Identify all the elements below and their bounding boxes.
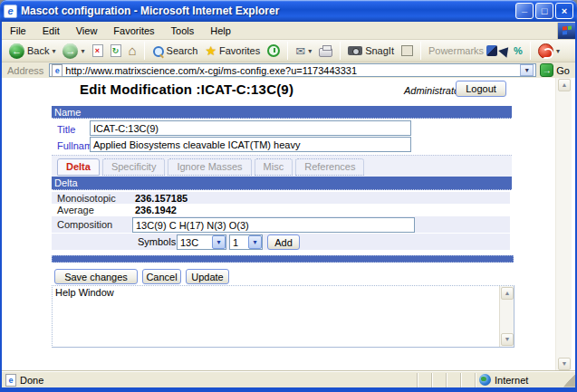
add-button[interactable]: Add: [267, 234, 300, 250]
average-label: Average: [57, 205, 94, 215]
scroll-up-icon[interactable]: ▲: [501, 287, 514, 300]
scroll-down-icon[interactable]: ▼: [501, 333, 514, 346]
logout-button[interactable]: Logout: [456, 81, 506, 97]
help-window[interactable]: Help Window ▲ ▼: [52, 285, 514, 348]
back-dropdown-icon[interactable]: ▾: [52, 47, 55, 55]
tab-specificity[interactable]: Specificity: [102, 158, 166, 176]
title-input[interactable]: [90, 120, 411, 136]
count-select-chevron-down-icon[interactable]: ▾: [248, 235, 262, 249]
update-button[interactable]: Update: [186, 269, 229, 284]
forward-dropdown-icon[interactable]: ▾: [81, 47, 84, 55]
average-value: 236.1942: [135, 205, 177, 215]
forward-icon: →: [63, 43, 78, 59]
back-button[interactable]: ← Back ▾: [5, 42, 59, 61]
go-button[interactable]: → Go: [536, 63, 573, 77]
page-content: Edit Modification :ICAT-C:13C(9) Adminis…: [2, 78, 575, 371]
search-button[interactable]: Search: [149, 43, 202, 59]
title-field-label[interactable]: Title: [57, 124, 75, 135]
mail-icon: ✉: [295, 45, 305, 57]
mail-button[interactable]: ✉ ▾: [292, 43, 315, 59]
menu-favorites[interactable]: Favorites: [105, 24, 162, 38]
save-changes-button[interactable]: Save changes: [54, 269, 138, 284]
page-title: Edit Modification :ICAT-C:13C(9): [80, 81, 293, 97]
print-icon: [319, 48, 332, 57]
window-title: Mascot configuration - Microsoft Interne…: [21, 5, 514, 17]
refresh-icon: ↻: [111, 44, 121, 57]
snagit-button[interactable]: SnagIt: [344, 43, 398, 58]
refresh-button[interactable]: ↻: [107, 43, 125, 59]
monoisotopic-row: Monoisotopic 236.157185: [52, 192, 510, 204]
help-window-text: Help Window: [55, 287, 114, 298]
snagit-settings-button[interactable]: [398, 43, 417, 58]
history-button[interactable]: [264, 43, 284, 59]
toolbar-separator: [144, 42, 145, 60]
status-bar: e Done Internet: [2, 371, 575, 387]
menu-view[interactable]: View: [68, 24, 106, 38]
tab-delta[interactable]: Delta: [57, 158, 100, 176]
mail-dropdown-icon[interactable]: ▾: [308, 47, 312, 55]
resize-grip[interactable]: [563, 373, 575, 387]
done-page-icon: e: [5, 374, 16, 387]
acrobat-dropdown-icon[interactable]: ▾: [556, 47, 560, 55]
cancel-button[interactable]: Cancel: [142, 269, 181, 284]
tab-strip: Delta Specificity Ignore Masses Misc Ref…: [52, 155, 512, 177]
minimize-icon: _: [516, 4, 533, 12]
ie-logo-icon: e: [4, 5, 17, 18]
menu-file[interactable]: File: [2, 24, 34, 38]
powermarks-icon[interactable]: [486, 45, 497, 56]
composition-input[interactable]: [132, 217, 415, 233]
maximize-button[interactable]: □: [535, 3, 553, 19]
snagit-label: SnagIt: [365, 45, 394, 56]
logged-in-user: Administrator: [404, 85, 463, 96]
powermarks-label: Powermarks: [428, 45, 484, 56]
windows-logo-icon: [557, 23, 575, 39]
tab-misc[interactable]: Misc: [255, 158, 293, 176]
delta-section-header: Delta: [52, 177, 512, 190]
symbol-select-chevron-down-icon[interactable]: ▾: [212, 235, 226, 249]
address-input[interactable]: e http://www.matrixscience.com/x-cgi/ms-…: [49, 63, 536, 77]
address-dropdown-icon[interactable]: ▾: [520, 64, 534, 76]
symbol-select[interactable]: 13C ▾: [177, 234, 226, 250]
powermarks-toolbar[interactable]: Powermarks %: [425, 43, 526, 58]
powermarks-flag-icon[interactable]: [498, 43, 513, 57]
tab-references[interactable]: References: [295, 158, 364, 176]
count-select[interactable]: 1 ▾: [229, 234, 263, 250]
go-label: Go: [556, 65, 570, 76]
status-cell: [460, 373, 475, 387]
address-page-icon: e: [52, 64, 63, 77]
menu-help[interactable]: Help: [202, 24, 239, 38]
average-row: Average 236.1942: [52, 204, 510, 215]
maximize-icon: □: [542, 5, 548, 16]
close-button[interactable]: ×: [555, 3, 573, 19]
status-cell: [417, 373, 431, 387]
page-scroll-up-icon[interactable]: ▲: [558, 79, 571, 91]
snagit-window-icon: [401, 45, 413, 56]
go-arrow-icon: →: [540, 63, 553, 77]
browser-window: e Mascot configuration - Microsoft Inter…: [0, 0, 577, 392]
search-icon: [152, 45, 164, 57]
zone-label: Internet: [495, 375, 528, 386]
page-scroll-down-icon[interactable]: ▼: [558, 358, 571, 370]
count-select-value: 1: [230, 237, 248, 248]
fullname-input[interactable]: [90, 137, 411, 152]
toolbar-separator: [287, 42, 288, 60]
acrobat-button[interactable]: ▾: [534, 42, 563, 61]
favorites-button[interactable]: ★ Favorites: [201, 43, 264, 59]
forward-button[interactable]: → ▾: [59, 42, 88, 61]
address-url[interactable]: http://www.matrixscience.com/x-cgi/ms-co…: [65, 65, 517, 76]
menu-edit[interactable]: Edit: [34, 24, 68, 38]
stop-button[interactable]: ×: [89, 43, 107, 59]
powermarks-percent-icon[interactable]: %: [514, 45, 523, 56]
minimize-button[interactable]: _: [515, 3, 534, 19]
composition-label[interactable]: Composition: [57, 219, 112, 230]
symbols-label: Symbols: [138, 236, 176, 247]
page-scrollbar[interactable]: ▲ ▼: [555, 78, 572, 371]
status-cell: [446, 373, 460, 387]
menu-tools[interactable]: Tools: [163, 24, 203, 38]
tab-ignore-masses[interactable]: Ignore Masses: [168, 158, 251, 176]
back-label: Back: [27, 45, 49, 56]
home-button[interactable]: ⌂: [125, 43, 140, 59]
symbol-select-value: 13C: [178, 237, 212, 248]
print-button[interactable]: [315, 43, 336, 59]
help-window-scrollbar[interactable]: ▲ ▼: [499, 286, 514, 347]
